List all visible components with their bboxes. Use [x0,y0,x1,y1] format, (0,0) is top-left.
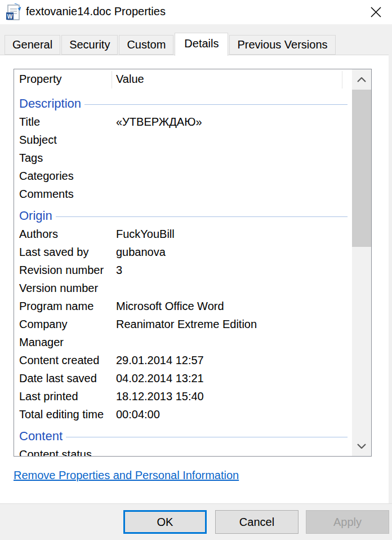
tab-previous-versions[interactable]: Previous Versions [229,35,335,55]
property-row[interactable]: Title«УТВЕРЖДАЮ» [14,113,371,131]
property-name: Categories [19,167,116,185]
section-header-description: Description [14,91,371,113]
section-title: Description [19,96,81,111]
section-header-content: Content [14,423,371,445]
property-value[interactable]: gubanova [116,243,371,261]
section-rule [66,437,348,437]
property-row[interactable]: Last saved bygubanova [14,243,371,261]
properties-dialog: W fextovanie14.doc Properties GeneralSec… [0,0,392,540]
property-name: Authors [19,225,116,243]
column-header-property[interactable]: Property [19,73,62,86]
scroll-down-button[interactable] [352,436,371,456]
scroll-up-button[interactable] [352,69,371,90]
column-header-value[interactable]: Value [116,73,144,86]
chevron-up-icon [357,77,366,82]
property-row[interactable]: Content created29.01.2014 12:57 [14,351,371,369]
property-row[interactable]: Subject [14,131,371,149]
property-name: Content created [19,351,116,369]
property-name: Date last saved [19,369,116,387]
column-divider[interactable] [112,71,112,88]
list-header: Property Value [14,69,371,91]
property-row[interactable]: Date last saved04.02.2014 13:21 [14,369,371,387]
scrollbar-thumb[interactable] [352,90,371,247]
section-title: Origin [19,209,52,223]
svg-text:W: W [7,14,13,20]
property-row[interactable]: Categories [14,167,371,185]
property-name: Version number [19,279,116,297]
property-row[interactable]: Version number [14,279,371,297]
property-name: Revision number [19,261,116,279]
tab-general[interactable]: General [5,35,60,55]
property-row[interactable]: AuthorsFuckYouBill [14,225,371,243]
property-value[interactable]: 04.02.2014 13:21 [116,369,371,387]
property-name: Company [19,315,116,333]
property-name: Title [19,113,116,131]
vertical-scrollbar[interactable] [352,69,371,456]
tab-details[interactable]: Details [175,33,228,56]
property-name: Total editing time [19,405,116,423]
property-name: Content status [19,445,116,457]
property-name: Last printed [19,387,116,405]
cancel-button[interactable]: Cancel [215,510,299,534]
property-value[interactable]: 3 [116,261,371,279]
section-header-origin: Origin [14,203,371,225]
property-value[interactable]: 00:04:00 [116,405,371,423]
property-name: Comments [19,185,116,203]
property-value[interactable] [116,185,371,203]
property-value[interactable] [116,279,371,297]
chevron-down-icon [357,444,366,449]
property-value[interactable]: «УТВЕРЖДАЮ» [116,113,371,131]
property-value[interactable]: 18.12.2013 15:40 [116,387,371,405]
property-value[interactable]: Microsoft Office Word [116,297,371,315]
property-row[interactable]: Last printed18.12.2013 15:40 [14,387,371,405]
properties-list: Property Value DescriptionTitle«УТВЕРЖДА… [14,69,372,457]
property-value[interactable]: 29.01.2014 12:57 [116,351,371,369]
property-value[interactable]: Reanimator Extreme Edition [116,315,371,333]
section-rule [84,104,348,105]
property-name: Subject [19,131,116,149]
apply-button[interactable]: Apply [306,510,389,534]
property-row[interactable]: Revision number3 [14,261,371,279]
property-value[interactable] [116,131,371,149]
property-name: Tags [19,149,116,167]
property-row[interactable]: Total editing time00:04:00 [14,405,371,423]
property-value[interactable] [116,167,371,185]
tab-custom[interactable]: Custom [119,35,173,55]
close-button[interactable] [363,2,388,22]
property-row[interactable]: Tags [14,149,371,167]
close-icon [371,7,381,17]
property-name: Manager [19,333,116,351]
property-name: Last saved by [19,243,116,261]
property-value[interactable]: FuckYouBill [116,225,371,243]
property-value[interactable] [116,333,371,351]
title-bar: W fextovanie14.doc Properties [0,0,392,24]
property-row[interactable]: Program nameMicrosoft Office Word [14,297,371,315]
section-rule [56,216,348,217]
tab-bar: GeneralSecurityCustomDetailsPrevious Ver… [5,33,337,56]
tab-security[interactable]: Security [61,35,118,55]
column-divider[interactable] [342,71,342,88]
property-row[interactable]: Content status [14,445,371,457]
property-value[interactable] [116,149,371,167]
property-name: Program name [19,297,116,315]
window-title: fextovanie14.doc Properties [26,5,166,18]
section-title: Content [19,429,63,444]
property-row[interactable]: CompanyReanimator Extreme Edition [14,315,371,333]
dialog-right-margin [389,24,392,540]
property-rows: DescriptionTitle«УТВЕРЖДАЮ»SubjectTagsCa… [14,91,371,457]
ok-button[interactable]: OK [123,510,207,534]
remove-properties-link[interactable]: Remove Properties and Personal Informati… [14,469,239,482]
word-document-icon: W [5,3,23,22]
property-row[interactable]: Manager [14,333,371,351]
property-value[interactable] [116,445,371,457]
property-row[interactable]: Comments [14,185,371,203]
